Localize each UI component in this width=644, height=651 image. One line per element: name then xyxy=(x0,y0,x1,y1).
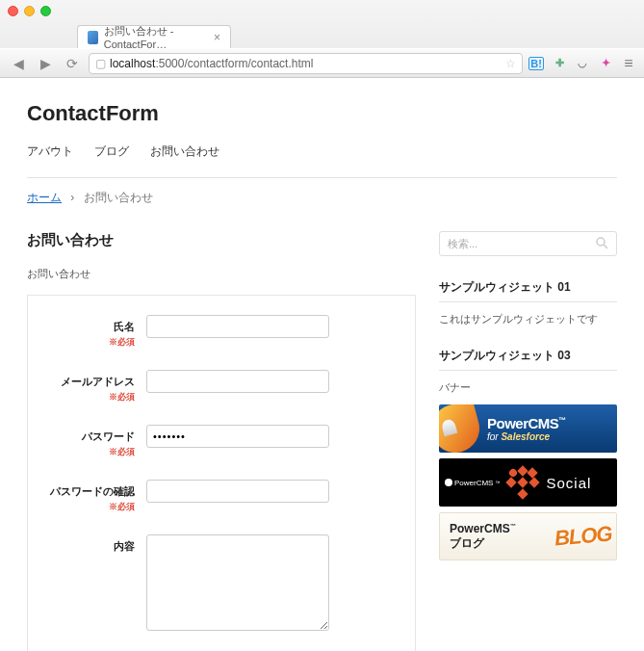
banner-powercms-social[interactable]: PowerCMS™ Social xyxy=(439,458,617,507)
pocket-icon[interactable]: ◡ xyxy=(575,56,590,71)
banner-powercms-salesforce[interactable]: PowerCMS™ for Salesforce xyxy=(439,404,617,453)
close-window-icon[interactable] xyxy=(8,6,18,16)
svg-point-0 xyxy=(597,238,605,246)
traffic-lights xyxy=(8,6,51,16)
widget3-sublabel: バナー xyxy=(439,380,617,395)
required-badge: ※必須 xyxy=(45,446,135,458)
url-bar[interactable]: ▢ localhost:5000/contactform/contact.htm… xyxy=(89,53,523,74)
extension-icon[interactable]: ✦ xyxy=(598,56,613,71)
title-bar xyxy=(0,0,644,21)
hatena-bookmark-icon[interactable]: B! xyxy=(528,57,544,70)
email-label: メールアドレス xyxy=(61,376,135,387)
rocket-icon xyxy=(439,404,485,453)
menu-icon[interactable]: ≡ xyxy=(621,56,636,71)
nav-blog[interactable]: ブログ xyxy=(94,143,129,160)
breadcrumb-home[interactable]: ホーム xyxy=(27,191,62,204)
form-row-email: メールアドレス ※必須 xyxy=(45,370,398,404)
contact-form: 氏名 ※必須 メールアドレス ※必須 パスワード ※必須 xyxy=(27,295,416,651)
wunderlist-icon[interactable]: ✚ xyxy=(552,56,567,71)
required-badge: ※必須 xyxy=(45,336,135,349)
page-heading: お問い合わせ xyxy=(27,231,416,249)
zoom-window-icon[interactable] xyxy=(40,6,51,16)
divider xyxy=(27,177,617,178)
back-button[interactable]: ◀ xyxy=(8,54,29,73)
hex-network-icon xyxy=(500,459,546,506)
required-badge: ※必須 xyxy=(45,391,135,404)
search-icon xyxy=(596,237,608,251)
main-column: お問い合わせ お問い合わせ 氏名 ※必須 メールアドレス ※必須 xyxy=(27,231,416,651)
sidebar: 検索... サンプルウィジェット 01 これはサンプルウィジェットです サンプル… xyxy=(439,231,617,651)
site-title: ContactForm xyxy=(27,101,617,126)
email-input[interactable] xyxy=(146,370,329,393)
url-path: :5000/contactform/contact.html xyxy=(155,57,313,70)
breadcrumb: ホーム › お問い合わせ xyxy=(27,190,617,206)
tab-title: お問い合わせ - ContactFor… xyxy=(104,24,208,50)
form-row-content: 内容 xyxy=(45,534,398,631)
reload-button[interactable]: ⟳ xyxy=(62,54,83,73)
extension-icons: B! ✚ ◡ ✦ ≡ xyxy=(528,56,636,71)
url-host: localhost xyxy=(110,57,155,70)
favicon-icon xyxy=(88,31,98,44)
widget1-text: これはサンプルウィジェットです xyxy=(439,312,617,326)
content-textarea[interactable] xyxy=(146,534,329,631)
name-label: 氏名 xyxy=(114,321,135,332)
minimize-window-icon[interactable] xyxy=(24,6,35,16)
password-confirm-input[interactable] xyxy=(146,480,329,503)
page-icon: ▢ xyxy=(95,57,106,70)
divider xyxy=(439,370,617,371)
name-input[interactable] xyxy=(146,315,329,338)
page: ContactForm アバウト ブログ お問い合わせ ホーム › お問い合わせ… xyxy=(0,78,644,651)
content-label: 内容 xyxy=(114,540,135,552)
search-placeholder: 検索... xyxy=(448,237,477,251)
breadcrumb-current: お問い合わせ xyxy=(84,191,153,204)
form-row-password-confirm: パスワードの確認 ※必須 xyxy=(45,480,398,513)
search-input[interactable]: 検索... xyxy=(439,231,617,256)
browser-tab[interactable]: お問い合わせ - ContactFor… × xyxy=(77,25,231,48)
tab-close-icon[interactable]: × xyxy=(214,31,220,44)
nav-main: アバウト ブログ お問い合わせ xyxy=(27,143,617,160)
form-row-name: 氏名 ※必須 xyxy=(45,315,398,349)
password-confirm-label: パスワードの確認 xyxy=(50,485,135,497)
forward-button[interactable]: ▶ xyxy=(35,54,56,73)
svg-line-1 xyxy=(604,245,607,248)
powercms-logo: PowerCMS™ xyxy=(445,479,500,487)
sub-label: お問い合わせ xyxy=(27,267,416,281)
widget3-title: サンプルウィジェット 03 xyxy=(439,348,617,364)
password-input[interactable] xyxy=(146,425,329,448)
banner-sf-title: PowerCMS xyxy=(487,415,558,431)
required-badge: ※必須 xyxy=(45,501,135,513)
browser-chrome: お問い合わせ - ContactFor… × ◀ ▶ ⟳ ▢ localhost… xyxy=(0,0,644,78)
password-label: パスワード xyxy=(82,430,135,442)
widget1-title: サンプルウィジェット 01 xyxy=(439,279,617,296)
browser-toolbar: ◀ ▶ ⟳ ▢ localhost:5000/contactform/conta… xyxy=(0,48,644,77)
banner-powercms-blog[interactable]: PowerCMS™ ブログ BLOG xyxy=(439,512,617,560)
bookmark-star-icon[interactable]: ☆ xyxy=(505,57,516,70)
tab-row: お問い合わせ - ContactFor… × xyxy=(0,21,644,48)
breadcrumb-separator: › xyxy=(70,191,74,204)
nav-about[interactable]: アバウト xyxy=(27,143,73,160)
blog-text: BLOG xyxy=(554,521,613,551)
nav-contact[interactable]: お問い合わせ xyxy=(150,143,219,160)
divider xyxy=(439,301,617,302)
banner-social-text: Social xyxy=(546,475,591,491)
form-row-password: パスワード ※必須 xyxy=(45,425,398,458)
